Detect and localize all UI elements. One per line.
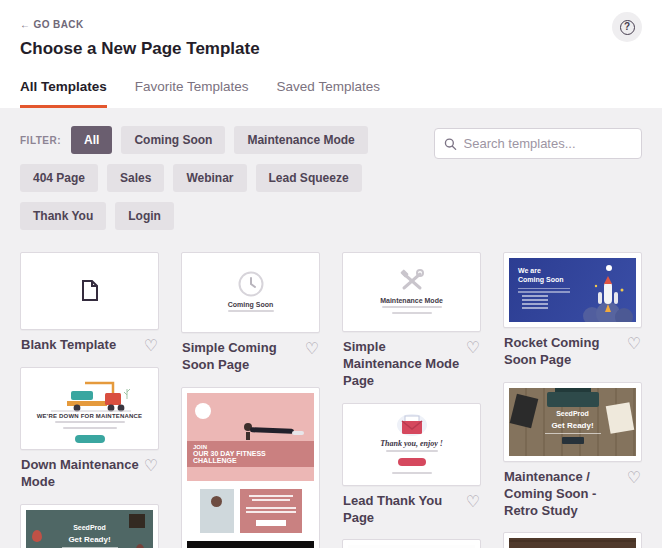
template-preview-rocket: We are Coming Soon xyxy=(509,258,636,322)
filter-chip-maintenance-mode[interactable]: Maintenance Mode xyxy=(234,126,367,154)
template-card-down-maintenance[interactable]: WE'RE DOWN FOR MAINTENANCE xyxy=(20,367,159,450)
template-card-lead-thank-you[interactable]: Thank you, enjoy ! xyxy=(342,403,481,486)
template-caption: Lead Thank You Page ♡ xyxy=(343,493,480,527)
blank-page-icon xyxy=(81,280,99,302)
template-grid: Blank Template ♡ W xyxy=(0,244,662,548)
filter-chip-webinar[interactable]: Webinar xyxy=(173,164,246,192)
tab-all-templates[interactable]: All Templates xyxy=(20,79,107,108)
template-preview-simple-coming-soon: Coming Soon xyxy=(187,258,314,327)
grid-column-4: We are Coming Soon xyxy=(503,252,642,548)
tab-favorite-templates[interactable]: Favorite Templates xyxy=(135,79,249,108)
fitness-hero-section: JOIN OUR 30 DAY FITNESS CHALLENGE xyxy=(187,393,314,481)
preview-heading: Get Ready! xyxy=(26,535,153,544)
preview-heading: Get Ready! xyxy=(509,421,636,430)
template-title: Simple Maintenance Mode Page xyxy=(343,339,466,390)
grid-column-3: Maintenance Mode Simple Maintenance Mode… xyxy=(342,252,481,548)
heart-icon[interactable]: ♡ xyxy=(466,339,480,356)
heart-icon[interactable]: ♡ xyxy=(627,335,641,352)
tab-saved-templates[interactable]: Saved Templates xyxy=(277,79,380,108)
template-caption: Down Maintenance Mode ♡ xyxy=(21,457,158,491)
filter-label: FILTER: xyxy=(20,135,61,146)
template-preview-darkwood: SeedProd Get Ready! xyxy=(509,538,636,548)
filter-chip-404-page[interactable]: 404 Page xyxy=(20,164,98,192)
template-title: Lead Thank You Page xyxy=(343,493,466,527)
search-input[interactable] xyxy=(464,136,632,151)
heart-icon[interactable]: ♡ xyxy=(144,337,158,354)
seedprod-logo: SeedProd xyxy=(509,410,636,417)
envelope-icon xyxy=(396,413,428,439)
heart-icon[interactable]: ♡ xyxy=(466,493,480,510)
filter-chip-all[interactable]: All xyxy=(71,126,112,154)
preview-heading: Maintenance Mode xyxy=(380,297,443,304)
rocket-illustration xyxy=(578,274,634,322)
help-button[interactable]: ? xyxy=(612,12,642,42)
typewriter-shape xyxy=(547,392,599,407)
preview-heading: Coming Soon xyxy=(228,301,274,308)
grid-column-2: Coming Soon Simple Coming Soon Page ♡ JO… xyxy=(181,252,320,548)
fitness-photo xyxy=(200,489,234,533)
filter-chip-group: FILTER: All Coming Soon Maintenance Mode… xyxy=(20,126,424,240)
fitness-intro-section xyxy=(187,481,314,541)
filter-chip-lead-squeeze[interactable]: Lead Squeeze xyxy=(256,164,362,192)
tow-truck-illustration xyxy=(47,379,133,413)
template-preview-simple-maintenance: Maintenance Mode xyxy=(348,258,475,326)
fitness-text-box xyxy=(240,489,302,533)
template-card-simple-maintenance[interactable]: Maintenance Mode xyxy=(342,252,481,332)
template-title: Down Maintenance Mode xyxy=(21,457,144,491)
template-card-bunting[interactable]: SeedProd Get Ready! xyxy=(342,539,481,548)
template-preview-lead-thank-you: Thank you, enjoy ! xyxy=(348,409,475,480)
search-icon xyxy=(444,137,457,151)
grid-column-1: Blank Template ♡ W xyxy=(20,252,159,548)
template-caption: Blank Template ♡ xyxy=(21,337,158,354)
template-caption: Simple Coming Soon Page ♡ xyxy=(182,340,319,374)
preview-button xyxy=(75,435,105,443)
preview-button xyxy=(562,437,584,444)
template-preview-retro-study: SeedProd Get Ready! xyxy=(509,388,636,456)
preview-button xyxy=(398,458,426,466)
template-card-fitness-challenge[interactable]: JOIN OUR 30 DAY FITNESS CHALLENGE xyxy=(181,387,320,548)
template-card-skys-the-limit[interactable]: SeedProd Get Ready! xyxy=(20,504,159,548)
heart-icon[interactable]: ♡ xyxy=(627,469,641,486)
template-preview-skys-the-limit: SeedProd Get Ready! xyxy=(26,510,153,548)
template-caption: Maintenance / Coming Soon - Retro Study … xyxy=(504,469,641,520)
filter-chip-login[interactable]: Login xyxy=(115,202,174,230)
moon-shape xyxy=(606,265,612,271)
fitness-hero-line2: OUR 30 DAY FITNESS CHALLENGE xyxy=(193,450,308,464)
template-preview-blank xyxy=(26,258,153,324)
template-preview-down-maintenance: WE'RE DOWN FOR MAINTENANCE xyxy=(26,373,153,444)
template-title: Maintenance / Coming Soon - Retro Study xyxy=(504,469,627,520)
template-title: Rocket Coming Soon Page xyxy=(504,335,627,369)
search-box[interactable] xyxy=(434,128,642,159)
preview-heading: WE'RE DOWN FOR MAINTENANCE xyxy=(37,413,143,419)
rocket-heading-line1: We are xyxy=(518,267,570,276)
clock-icon xyxy=(238,271,264,297)
template-card-blank[interactable] xyxy=(20,252,159,330)
template-preview-fitness-challenge: JOIN OUR 30 DAY FITNESS CHALLENGE xyxy=(187,393,314,548)
tab-bar: All Templates Favorite Templates Saved T… xyxy=(0,59,662,108)
template-caption: Rocket Coming Soon Page ♡ xyxy=(504,335,641,369)
filter-bar: FILTER: All Coming Soon Maintenance Mode… xyxy=(0,108,662,244)
preview-heading: Thank you, enjoy ! xyxy=(380,439,443,448)
template-card-retro-study[interactable]: SeedProd Get Ready! xyxy=(503,382,642,462)
filter-chip-thank-you[interactable]: Thank You xyxy=(20,202,106,230)
template-card-rocket[interactable]: We are Coming Soon xyxy=(503,252,642,328)
hammer-wrench-icon xyxy=(399,269,425,293)
page-header: ← GO BACK Choose a New Page Template ? xyxy=(0,0,662,59)
template-card-simple-coming-soon[interactable]: Coming Soon xyxy=(181,252,320,333)
go-back-link[interactable]: ← GO BACK xyxy=(20,19,84,30)
template-title: Simple Coming Soon Page xyxy=(182,340,305,374)
template-card-darkwood[interactable]: SeedProd Get Ready! xyxy=(503,532,642,548)
template-caption: Simple Maintenance Mode Page ♡ xyxy=(343,339,480,390)
question-mark-icon: ? xyxy=(620,20,635,35)
heart-icon[interactable]: ♡ xyxy=(144,457,158,474)
template-title: Blank Template xyxy=(21,337,116,354)
fitness-program-section: THE PROGRAM COVERS xyxy=(187,541,314,548)
filter-chip-coming-soon[interactable]: Coming Soon xyxy=(121,126,225,154)
rocket-heading-line2: Coming Soon xyxy=(518,276,570,285)
heart-icon[interactable]: ♡ xyxy=(305,340,319,357)
seedprod-logo: SeedProd xyxy=(26,524,153,531)
filter-chip-sales[interactable]: Sales xyxy=(107,164,164,192)
plank-woman-illustration xyxy=(238,419,308,441)
page-title: Choose a New Page Template xyxy=(20,39,642,59)
